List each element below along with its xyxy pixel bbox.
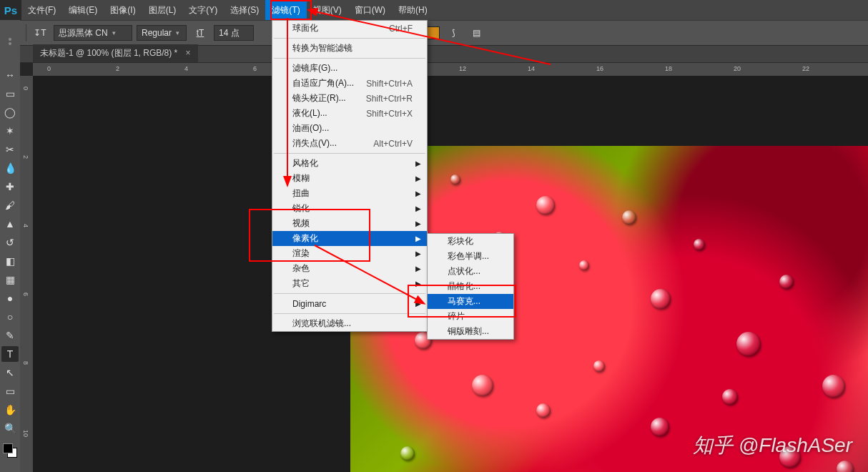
menu-item-消失点V[interactable]: 消失点(V)...Alt+Ctrl+V [272, 136, 427, 151]
menu-separator [274, 153, 425, 154]
filter-menu-dropdown: 球面化Ctrl+F转换为智能滤镜滤镜库(G)...自适应广角(A)...Shif… [272, 20, 428, 332]
panel-toggle-icon[interactable]: ▤ [467, 24, 485, 42]
marquee-tool[interactable]: ▭ [1, 86, 19, 102]
pen-tool[interactable]: ✎ [1, 328, 19, 343]
submenu-arrow-icon: ▶ [415, 235, 421, 242]
font-size-value: 14 点 [219, 27, 240, 39]
menu-窗口[interactable]: 窗口(W) [348, 0, 392, 20]
font-style-value: Regular [142, 28, 172, 38]
ruler-tick: 20 [734, 65, 741, 72]
menu-item-浏览联机滤镜[interactable]: 浏览联机滤镜... [272, 316, 427, 331]
ruler-tick: 18 [665, 65, 672, 72]
lasso-tool[interactable]: ◯ [1, 104, 19, 120]
menu-item-锐化[interactable]: 锐化▶ [272, 201, 427, 216]
close-icon[interactable]: × [186, 48, 191, 58]
font-size-select[interactable]: 14 点 [214, 25, 254, 41]
menu-图像[interactable]: 图像(I) [104, 0, 142, 20]
menu-帮助[interactable]: 帮助(H) [392, 0, 434, 20]
color-chips[interactable] [1, 442, 19, 459]
submenu-arrow-icon: ▶ [415, 205, 421, 212]
submenu-item-彩块化[interactable]: 彩块化 [428, 234, 513, 249]
menu-文字[interactable]: 文字(Y) [182, 0, 224, 20]
path-selection-tool[interactable]: ↖ [1, 365, 19, 380]
submenu-item-铜版雕刻[interactable]: 铜版雕刻... [428, 324, 513, 339]
submenu-item-晶格化[interactable]: 晶格化... [428, 279, 513, 294]
submenu-item-label: 晶格化... [448, 280, 480, 292]
menu-图层[interactable]: 图层(L) [142, 0, 183, 20]
submenu-arrow-icon: ▶ [415, 265, 421, 272]
healing-brush-tool[interactable]: ✚ [1, 179, 19, 195]
dodge-tool[interactable]: ○ [1, 309, 19, 325]
submenu-arrow-icon: ▶ [415, 220, 421, 227]
history-brush-tool[interactable]: ↺ [1, 235, 19, 250]
menu-item-label: 风格化 [292, 157, 318, 169]
menu-item-Digimarc[interactable]: Digimarc▶ [272, 296, 427, 311]
crop-tool[interactable]: ✂ [1, 142, 19, 157]
submenu-item-碎片[interactable]: 碎片 [428, 309, 513, 324]
submenu-item-label: 铜版雕刻... [448, 325, 489, 338]
eyedropper-tool[interactable]: 💧 [1, 160, 19, 176]
zoom-tool[interactable]: 🔍 [1, 421, 19, 436]
menu-item-渲染[interactable]: 渲染▶ [272, 246, 427, 261]
menu-选择[interactable]: 选择(S) [224, 0, 265, 20]
app-logo: Ps [0, 0, 21, 20]
hand-tool[interactable]: ✋ [1, 402, 19, 418]
blur-tool[interactable]: ● [1, 290, 19, 306]
menu-item-label: Digimarc [292, 299, 326, 309]
menu-滤镜[interactable]: 滤镜(T) [265, 0, 306, 20]
magic-wand-tool[interactable]: ✶ [1, 123, 19, 139]
menu-item-label: 液化(L)... [292, 107, 327, 119]
menu-item-label: 锐化 [292, 202, 310, 215]
menu-item-杂色[interactable]: 杂色▶ [272, 261, 427, 276]
ruler-tick: 6 [22, 292, 29, 296]
menu-item-像素化[interactable]: 像素化▶ [272, 231, 427, 246]
menu-item-转换为智能滤镜[interactable]: 转换为智能滤镜 [272, 41, 427, 56]
text-orientation-icon[interactable]: ↧T [31, 24, 49, 42]
warp-text-icon[interactable]: ⟆ [444, 24, 463, 42]
chevron-down-icon: ▾ [176, 29, 179, 36]
panel-grip[interactable] [0, 20, 20, 63]
menu-item-镜头校正R[interactable]: 镜头校正(R)...Shift+Ctrl+R [272, 91, 427, 106]
move-tool[interactable]: ↔ [1, 67, 19, 83]
type-tool[interactable]: T [1, 346, 19, 362]
submenu-arrow-icon: ▶ [415, 300, 421, 308]
ruler-horizontal: 024681012141618202224 [33, 63, 868, 76]
menu-separator [274, 58, 425, 59]
menu-item-扭曲[interactable]: 扭曲▶ [272, 186, 427, 201]
menu-shortcut: Shift+Ctrl+X [366, 109, 413, 119]
submenu-item-点状化[interactable]: 点状化... [428, 264, 513, 279]
menu-item-视频[interactable]: 视频▶ [272, 216, 427, 231]
font-style-select[interactable]: Regular▾ [137, 25, 187, 41]
menu-文件[interactable]: 文件(F) [21, 0, 62, 20]
ruler-tick: 4 [184, 65, 188, 72]
menu-item-球面化[interactable]: 球面化Ctrl+F [272, 21, 427, 36]
menu-编辑[interactable]: 编辑(E) [62, 0, 104, 20]
submenu-item-彩色半调[interactable]: 彩色半调... [428, 249, 513, 264]
water-drop [651, 289, 671, 309]
rectangle-tool[interactable]: ▭ [1, 383, 19, 399]
menu-视图[interactable]: 视图(V) [307, 0, 348, 20]
water-drop [651, 418, 669, 436]
menu-item-label: 油画(O)... [292, 122, 329, 134]
font-family-select[interactable]: 思源黑体 CN▾ [54, 25, 132, 41]
menu-item-油画O[interactable]: 油画(O)... [272, 121, 427, 136]
eraser-tool[interactable]: ◧ [1, 253, 19, 269]
clone-stamp-tool[interactable]: ▲ [1, 216, 19, 232]
ruler-tick: 16 [596, 65, 603, 72]
menu-item-自适应广角A[interactable]: 自适应广角(A)...Shift+Ctrl+A [272, 76, 427, 91]
document-tab[interactable]: 未标题-1 @ 100% (图层 1, RGB/8) * × [33, 44, 198, 62]
brush-tool[interactable]: 🖌 [1, 197, 19, 213]
submenu-item-label: 彩色半调... [448, 250, 489, 262]
menu-item-风格化[interactable]: 风格化▶ [272, 156, 427, 171]
submenu-arrow-icon: ▶ [415, 159, 421, 167]
menu-item-其它[interactable]: 其它▶ [272, 276, 427, 291]
menu-item-模糊[interactable]: 模糊▶ [272, 171, 427, 186]
menu-item-label: 转换为智能滤镜 [292, 42, 352, 54]
submenu-item-马赛克[interactable]: 马赛克... [428, 294, 513, 309]
water-drop [622, 210, 636, 225]
ruler-tick: 14 [528, 65, 535, 72]
menu-item-液化L[interactable]: 液化(L)...Shift+Ctrl+X [272, 106, 427, 121]
menu-item-滤镜库G[interactable]: 滤镜库(G)... [272, 61, 427, 76]
gradient-tool[interactable]: ▦ [1, 272, 19, 287]
menu-separator [274, 293, 425, 294]
